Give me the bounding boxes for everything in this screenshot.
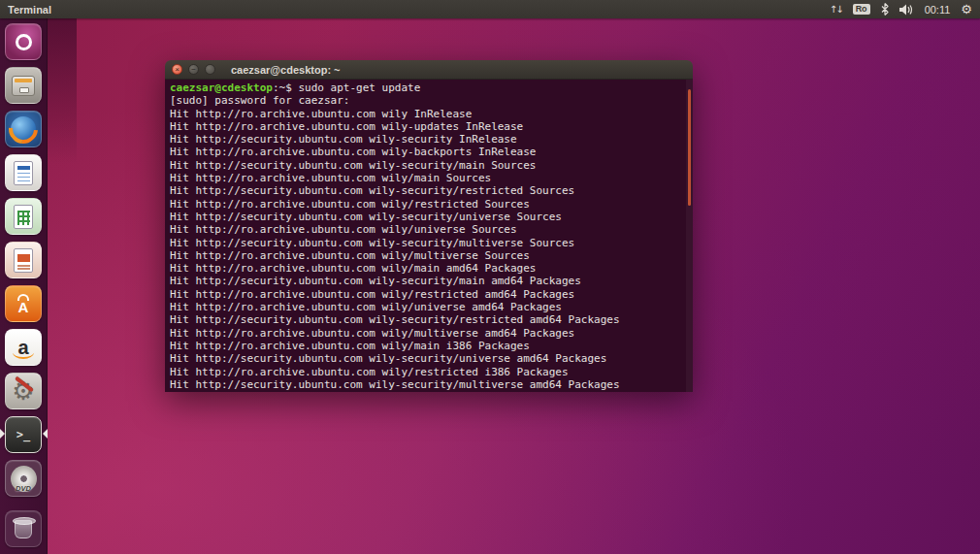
window-title: caezsar@cdesktop: ~ (231, 64, 341, 76)
launcher-item-terminal[interactable]: >_ (0, 415, 48, 454)
prompt-suffix: :~$ (273, 81, 299, 94)
terminal-output-line: Hit http://ro.archive.ubuntu.com wily-ba… (170, 146, 688, 158)
launcher-item-firefox[interactable] (0, 110, 48, 148)
files-icon (5, 67, 42, 104)
clock[interactable]: 00:11 (925, 4, 951, 16)
focused-indicator-arrow (43, 429, 48, 439)
launcher-item-trash[interactable] (0, 509, 48, 548)
terminal-output-line: Hit http://ro.archive.ubuntu.com wily/re… (170, 288, 688, 301)
ubuntu-dash-icon (5, 23, 42, 60)
dvd-icon: DVD (5, 460, 42, 497)
terminal-output-line: Hit http://ro.archive.ubuntu.com wily/mu… (170, 249, 688, 262)
minimize-button[interactable]: − (188, 64, 199, 75)
terminal-output-line: Hit http://ro.archive.ubuntu.com wily/mu… (170, 327, 688, 340)
maximize-button[interactable] (205, 64, 215, 75)
terminal-scrollbar[interactable] (686, 80, 693, 392)
window-title-bar[interactable]: × − caezsar@cdesktop: ~ (165, 60, 693, 80)
terminal-output-line: Hit http://security.ubuntu.com wily-secu… (170, 211, 688, 223)
bluetooth-icon[interactable] (881, 3, 889, 16)
terminal-body[interactable]: caezsar@cdesktop:~$ sudo apt-get update … (165, 80, 693, 392)
terminal-output-line: Hit http://ro.archive.ubuntu.com wily/ma… (170, 172, 688, 184)
launcher-item-amazon[interactable]: a (0, 328, 48, 367)
terminal-output-line: Hit http://security.ubuntu.com wily-secu… (170, 378, 688, 391)
terminal-output-line: Hit http://security.ubuntu.com wily-secu… (170, 133, 688, 146)
launcher-item-files[interactable] (0, 66, 48, 105)
session-menu-gear-icon[interactable]: ⚙ (961, 3, 972, 16)
launcher-item-libreoffice-writer[interactable] (0, 153, 48, 192)
launcher-item-dash[interactable] (0, 22, 48, 61)
terminal-output-line: Hit http://security.ubuntu.com wily-secu… (170, 313, 688, 326)
launcher-item-system-settings[interactable]: ⚙ (0, 372, 48, 410)
system-tray: ↑↓ Ro 00:11 ⚙ (830, 3, 972, 16)
amazon-icon: a (5, 329, 42, 366)
wallpaper-facet (48, 18, 77, 164)
active-app-name: Terminal (8, 4, 51, 16)
terminal-output-line: Hit http://security.ubuntu.com wily-secu… (170, 159, 688, 172)
ubuntu-software-center-icon: A (5, 285, 42, 322)
terminal-output-line: Hit http://ro.archive.ubuntu.com wily/re… (170, 366, 688, 378)
terminal-output-line: Hit http://ro.archive.ubuntu.com wily/un… (170, 223, 688, 236)
terminal-output-line: Hit http://ro.archive.ubuntu.com wily In… (170, 108, 688, 120)
running-indicator-arrow (0, 429, 5, 439)
close-button[interactable]: × (172, 64, 182, 75)
firefox-icon (5, 111, 42, 147)
launcher-item-libreoffice-impress[interactable] (0, 241, 48, 279)
terminal-icon: >_ (5, 416, 42, 453)
terminal-output-line: Hit http://ro.archive.ubuntu.com wily/un… (170, 301, 688, 313)
sudo-password-line: [sudo] password for caezsar: (170, 94, 688, 107)
terminal-output-line: Hit http://security.ubuntu.com wily-secu… (170, 184, 688, 197)
prompt-user-host: caezsar@cdesktop (170, 81, 273, 94)
terminal-output-line: Hit http://ro.archive.ubuntu.com wily/ma… (170, 262, 688, 275)
terminal-output-line: Hit http://ro.archive.ubuntu.com wily/ma… (170, 340, 688, 352)
unity-launcher: A a ⚙ >_ DVD (0, 18, 48, 554)
command-text: sudo apt-get update (298, 81, 420, 94)
trash-icon (5, 510, 42, 547)
scrollbar-thumb[interactable] (688, 89, 691, 206)
libreoffice-writer-icon (5, 154, 42, 191)
terminal-output-line: Hit http://security.ubuntu.com wily-secu… (170, 275, 688, 287)
terminal-output-line: Hit http://security.ubuntu.com wily-secu… (170, 352, 688, 365)
launcher-item-libreoffice-calc[interactable] (0, 197, 48, 236)
top-menu-bar: Terminal ↑↓ Ro 00:11 ⚙ (0, 0, 980, 18)
terminal-prompt-line: caezsar@cdesktop:~$ sudo apt-get update (170, 81, 688, 94)
keyboard-layout-indicator[interactable]: Ro (853, 4, 870, 15)
libreoffice-impress-icon (5, 242, 42, 278)
system-settings-icon: ⚙ (5, 373, 42, 409)
terminal-output-line: Hit http://ro.archive.ubuntu.com wily/re… (170, 198, 688, 211)
volume-icon[interactable] (899, 4, 914, 16)
desktop: Terminal ↑↓ Ro 00:11 ⚙ (0, 0, 980, 554)
launcher-item-software-center[interactable]: A (0, 284, 48, 323)
terminal-output-line: Hit http://ro.archive.ubuntu.com wily-up… (170, 120, 688, 133)
terminal-output-line: Hit http://security.ubuntu.com wily-secu… (170, 237, 688, 249)
network-indicator-icon[interactable]: ↑↓ (830, 4, 842, 15)
launcher-item-dvd[interactable]: DVD (0, 459, 48, 498)
libreoffice-calc-icon (5, 198, 42, 235)
terminal-window: × − caezsar@cdesktop: ~ caezsar@cdesktop… (165, 60, 693, 392)
terminal-output: Hit http://ro.archive.ubuntu.com wily In… (170, 108, 688, 392)
